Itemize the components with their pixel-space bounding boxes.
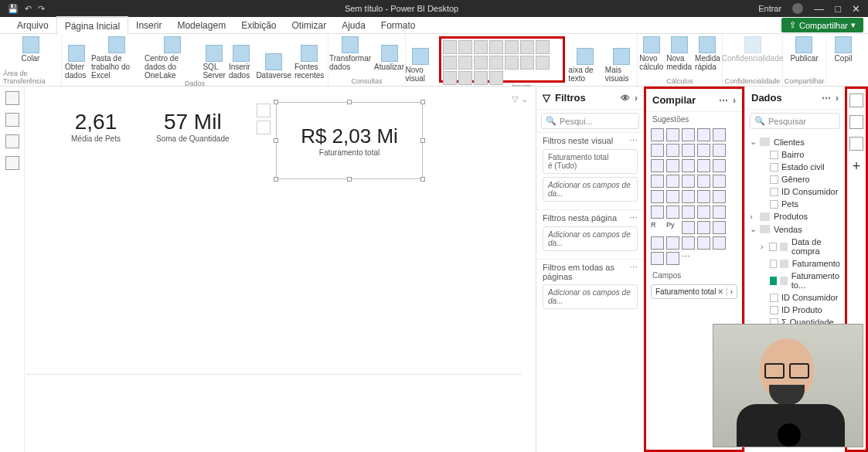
table-icon [760, 212, 770, 221]
add-icon[interactable]: + [853, 158, 861, 175]
chevron-down-icon: ▾ [851, 20, 856, 30]
login-link[interactable]: Entrar [758, 4, 781, 13]
more-icon[interactable]: ⋯ [822, 93, 831, 104]
new-visual-button[interactable]: Novo visual [405, 48, 436, 83]
refresh-button[interactable]: Atualizar [374, 45, 404, 71]
brush-icon[interactable] [257, 121, 271, 134]
search-icon: 🔍 [754, 116, 765, 126]
new-calc-button[interactable]: Novo cálculo [639, 36, 663, 71]
minimize-icon[interactable]: — [814, 3, 824, 15]
collapse-icon[interactable]: › [836, 93, 839, 104]
more-icon[interactable]: ⋯ [629, 136, 638, 146]
filters-pane: ▽ Filtros 👁› 🔍 Pesqui... Filtros neste v… [536, 87, 644, 452]
remove-icon[interactable]: ✕ [717, 287, 723, 296]
more-icon[interactable]: ⋯ [629, 263, 638, 281]
more-icon[interactable]: ⋯ [719, 95, 728, 106]
visual-gallery[interactable] [439, 36, 565, 83]
table-produtos[interactable]: ›Produtos [748, 210, 842, 223]
collapse-icon[interactable]: › [635, 93, 638, 104]
maximize-icon[interactable]: □ [835, 3, 841, 15]
filter-icon: ▽ [543, 92, 550, 104]
table-vendas[interactable]: ⌄Vendas [748, 223, 842, 236]
add-filter-field[interactable]: Adicionar os campos de da... [543, 226, 638, 251]
tab-ajuda[interactable]: Ajuda [334, 17, 373, 34]
data-icon[interactable] [849, 93, 863, 107]
field-id-consumidor-v[interactable]: ID Consumidor [748, 291, 842, 304]
tab-otimizar[interactable]: Otimizar [284, 17, 334, 34]
chevron-right-icon[interactable]: › [727, 287, 733, 296]
filter-icon[interactable]: ▽ [512, 94, 518, 104]
close-icon[interactable]: ✕ [852, 3, 860, 15]
sensitivity-button[interactable]: Confidencialidade [722, 36, 784, 63]
get-data-button[interactable]: Obter dados [65, 45, 88, 80]
report-view-icon[interactable] [5, 91, 19, 105]
measure-icon [780, 277, 788, 285]
add-filter-field[interactable]: Adicionar os campos de da... [543, 284, 638, 309]
dataverse-button[interactable]: Dataverse [256, 53, 291, 80]
kpi3-value: R$ 2,03 Mi [277, 124, 422, 148]
enter-data-button[interactable]: Inserir dados [229, 45, 253, 80]
add-filter-field[interactable]: Adicionar os campos de da... [543, 177, 638, 202]
ribbon: Colar Área de Transferência Obter dados … [0, 34, 868, 87]
kpi1-label: Média de Pets [71, 134, 121, 143]
tab-arquivo[interactable]: Arquivo [9, 17, 56, 34]
redo-icon[interactable]: ↷ [38, 4, 45, 14]
field-pets[interactable]: Pets [748, 198, 842, 210]
model-view-icon[interactable] [5, 134, 19, 148]
save-icon[interactable]: 💾 [8, 4, 19, 14]
analytics-icon[interactable] [849, 137, 863, 151]
quick-measure-button[interactable]: Medida rápida [695, 36, 720, 71]
collapse-icon[interactable]: › [733, 95, 736, 106]
format-icon[interactable] [849, 115, 863, 129]
field-faturamento-total[interactable]: Faturamento to... [748, 270, 842, 291]
transform-button[interactable]: Transformar dados [329, 36, 371, 71]
sqlserver-button[interactable]: SQL Server [203, 45, 225, 80]
table-icon [760, 225, 770, 233]
report-canvas[interactable]: ▽ ⌄ 2,61 Média de Pets 57 Mil Soma de Qu… [25, 87, 536, 452]
visual-action-icons[interactable] [257, 104, 271, 134]
recent-sources-button[interactable]: Fontes recentes [294, 45, 325, 80]
dax-view-icon[interactable] [5, 156, 19, 170]
field-faturamento[interactable]: Faturamento [748, 257, 842, 270]
more-icon[interactable]: ⋯ [629, 213, 638, 223]
eye-icon[interactable]: 👁 [621, 93, 630, 104]
filter-card[interactable]: Faturamento total é (Tudo) [543, 149, 638, 174]
more-visuals-button[interactable]: Mais visuais [605, 48, 638, 83]
left-rail [0, 87, 25, 452]
textbox-button[interactable]: aixa de texto [568, 48, 601, 83]
field-well[interactable]: Faturamento total ✕ › [651, 284, 737, 299]
undo-icon[interactable]: ↶ [25, 4, 32, 14]
field-data-compra[interactable]: ›Data de compra [748, 236, 842, 257]
field-bairro[interactable]: Bairro [748, 148, 842, 161]
filters-search[interactable]: 🔍 Pesqui... [541, 113, 639, 129]
kpi1-value: 2,61 [71, 110, 121, 134]
tab-modelagem[interactable]: Modelagem [169, 17, 233, 34]
paste-button[interactable]: Colar [22, 36, 40, 63]
tab-pagina-inicial[interactable]: Página Inicial [56, 16, 128, 35]
visual-type-grid[interactable]: RPy ⋯ [646, 125, 742, 268]
copilot-button[interactable]: Copil [835, 36, 853, 63]
onelake-button[interactable]: Centro de dados do OneLake [145, 36, 199, 80]
dropdown-icon[interactable]: ⌄ [521, 94, 528, 104]
webcam-overlay [713, 324, 863, 447]
avatar-icon[interactable] [792, 3, 803, 14]
chart-icon[interactable] [257, 104, 271, 117]
tab-inserir[interactable]: Inserir [128, 17, 169, 34]
table-clientes[interactable]: ⌄Clientes [748, 135, 842, 148]
share-icon: ⇪ [789, 20, 796, 30]
new-measure-button[interactable]: Nova medida [666, 36, 692, 71]
field-id-consumidor[interactable]: ID Consumidor [748, 185, 842, 198]
data-view-icon[interactable] [5, 113, 19, 127]
data-search[interactable]: 🔍 Pesquisar [750, 113, 840, 129]
publish-button[interactable]: Publicar [790, 36, 818, 63]
field-id-produto[interactable]: ID Produto [748, 304, 842, 316]
field-estado-civil[interactable]: Estado civil [748, 161, 842, 173]
page-divider [26, 374, 521, 375]
excel-button[interactable]: Pasta de trabalho do Excel [91, 36, 141, 80]
search-icon: 🔍 [546, 116, 557, 126]
share-button[interactable]: ⇪ Compartilhar ▾ [781, 18, 863, 32]
field-genero[interactable]: Gênero [748, 173, 842, 185]
window-title: Sem título - Power BI Desktop [45, 4, 758, 13]
tab-formato[interactable]: Formato [373, 17, 424, 34]
tab-exibicao[interactable]: Exibição [233, 17, 284, 34]
